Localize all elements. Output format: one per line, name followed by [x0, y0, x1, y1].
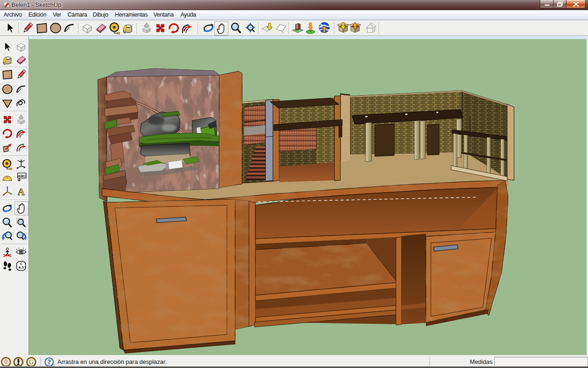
svg-text:?: ?	[48, 359, 51, 366]
svg-text:G: G	[29, 359, 34, 366]
